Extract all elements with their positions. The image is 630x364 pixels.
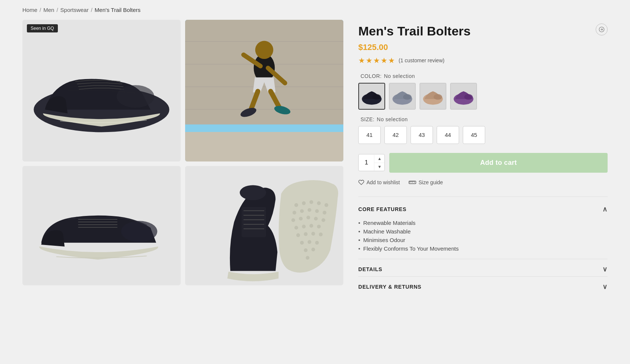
size-section: SIZE:No selection 41 42 43 44 45	[358, 116, 608, 144]
size-btn-43[interactable]: 43	[411, 126, 433, 144]
svg-point-56	[300, 241, 304, 244]
breadcrumb-home[interactable]: Home	[22, 7, 37, 13]
color-swatch-dark-navy[interactable]	[358, 83, 385, 110]
color-swatches	[358, 83, 608, 110]
svg-rect-9	[185, 132, 343, 161]
size-btn-45[interactable]: 45	[463, 126, 485, 144]
svg-point-33	[294, 203, 298, 207]
size-btn-44[interactable]: 44	[437, 126, 459, 144]
svg-point-57	[308, 240, 311, 244]
color-label: COLOR:No selection	[358, 73, 608, 79]
size-btn-42[interactable]: 42	[384, 126, 407, 144]
seen-in-gq-badge: Seen in GQ	[27, 24, 58, 32]
core-features-chevron-up: ∧	[602, 205, 608, 213]
svg-point-60	[311, 248, 315, 251]
size-guide-button[interactable]: Size guide	[409, 179, 443, 185]
svg-point-54	[311, 232, 315, 235]
feature-item-3: Minimises Odour	[358, 236, 608, 244]
svg-point-45	[306, 216, 310, 219]
quantity-stepper: ▲ ▼	[374, 155, 384, 171]
color-swatch-purple[interactable]	[450, 83, 477, 110]
quantity-display: 1	[359, 154, 374, 171]
add-to-cart-row: 1 ▲ ▼ Add to cart	[358, 153, 608, 173]
breadcrumb-current: Men's Trail Bolters	[95, 7, 141, 13]
quantity-control: 1 ▲ ▼	[358, 154, 385, 171]
svg-point-58	[315, 241, 319, 244]
svg-point-35	[309, 200, 313, 204]
svg-point-51	[317, 225, 321, 228]
svg-point-37	[325, 203, 328, 207]
svg-point-34	[302, 201, 306, 205]
svg-point-53	[304, 232, 308, 236]
feature-item-4: Flexibly Conforms To Your Movements	[358, 244, 608, 253]
add-to-wishlist-button[interactable]: Add to wishlist	[358, 179, 400, 185]
page-wrapper: Home / Men / Sportswear / Men's Trail Bo…	[0, 0, 630, 316]
product-info-panel: Men's Trail Bolters $125.00 ★★★★★ (1 cus…	[358, 20, 608, 294]
quantity-down-button[interactable]: ▼	[374, 163, 384, 171]
details-chevron-down: ∨	[602, 265, 608, 273]
feature-item-1: Renewable Materials	[358, 219, 608, 227]
star-rating: ★★★★★	[358, 56, 396, 65]
svg-point-61	[306, 256, 309, 260]
details-header[interactable]: DETAILS ∨	[358, 265, 608, 275]
shoe-svg-4	[185, 169, 343, 282]
heart-icon	[358, 179, 364, 185]
color-selection-text: No selection	[384, 73, 415, 79]
breadcrumb-men[interactable]: Men	[43, 7, 54, 13]
core-features-header[interactable]: CORE FEATURES ∧	[358, 204, 608, 219]
feature-item-2: Machine Washable	[358, 227, 608, 236]
svg-point-49	[302, 225, 306, 228]
core-features-list: Renewable Materials Machine Washable Min…	[358, 219, 608, 259]
details-label: DETAILS	[358, 266, 382, 272]
product-layout: Seen in GQ	[22, 20, 608, 294]
breadcrumb-sep-3: /	[91, 7, 92, 13]
color-section: COLOR:No selection	[358, 73, 608, 110]
svg-point-43	[291, 218, 295, 222]
svg-point-44	[299, 217, 303, 220]
delivery-header[interactable]: DELIVERY & RETURNS ∨	[358, 283, 608, 292]
size-label: SIZE:No selection	[358, 116, 608, 122]
svg-rect-27	[241, 207, 266, 237]
size-selection-text: No selection	[377, 116, 408, 122]
svg-point-11	[255, 41, 273, 59]
add-to-cart-button[interactable]: Add to cart	[389, 153, 608, 173]
svg-point-2	[116, 85, 154, 108]
breadcrumb-sportswear[interactable]: Sportswear	[60, 7, 89, 13]
details-section: DETAILS ∨	[358, 259, 608, 276]
size-btn-41[interactable]: 41	[358, 126, 381, 144]
svg-point-40	[308, 208, 311, 212]
svg-point-46	[314, 217, 318, 220]
delivery-chevron-down: ∨	[602, 283, 608, 291]
shoe-svg-1	[22, 34, 181, 147]
quantity-up-button[interactable]: ▲	[374, 155, 384, 163]
svg-point-65	[372, 94, 381, 100]
svg-point-26	[240, 185, 266, 200]
action-shot-svg	[185, 20, 343, 161]
color-swatch-sand[interactable]	[420, 83, 446, 110]
wishlist-row: Add to wishlist Size guide	[358, 179, 608, 185]
rating-row: ★★★★★ (1 customer review)	[358, 56, 608, 65]
svg-point-71	[434, 94, 442, 100]
breadcrumb-sep-1: /	[40, 7, 41, 13]
svg-point-68	[403, 94, 412, 100]
size-buttons: 41 42 43 44 45	[358, 126, 608, 144]
product-image-3[interactable]	[22, 166, 181, 285]
delivery-section: DELIVERY & RETURNS ∨	[358, 276, 608, 294]
svg-point-39	[300, 209, 304, 213]
product-image-1[interactable]: Seen in GQ	[22, 20, 181, 161]
color-swatch-light-grey[interactable]	[389, 83, 416, 110]
ruler-icon	[409, 179, 416, 185]
breadcrumb: Home / Men / Sportswear / Men's Trail Bo…	[22, 0, 608, 20]
external-link-icon[interactable]	[596, 23, 608, 35]
svg-point-52	[296, 233, 300, 237]
svg-point-42	[322, 211, 326, 214]
svg-point-74	[464, 94, 473, 100]
review-count: (1 customer review)	[399, 57, 445, 63]
product-image-2[interactable]	[185, 20, 343, 161]
breadcrumb-sep-2: /	[56, 7, 58, 13]
product-price: $125.00	[358, 43, 608, 52]
svg-point-38	[293, 211, 296, 214]
product-image-4[interactable]	[185, 166, 343, 285]
core-features-section: CORE FEATURES ∧ Renewable Materials Mach…	[358, 197, 608, 259]
svg-point-47	[321, 218, 325, 222]
